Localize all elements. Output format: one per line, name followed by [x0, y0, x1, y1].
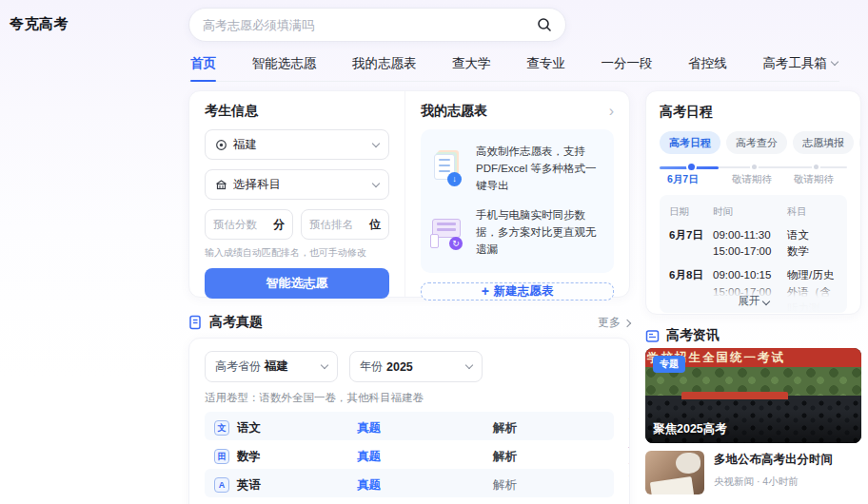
new-wishlist-label: 新建志愿表 [494, 283, 554, 300]
estimate-link[interactable]: 估分 [629, 440, 630, 473]
timeline-dot [814, 165, 819, 169]
news-thumbnail [645, 451, 704, 494]
tab-label: 查专业 [526, 55, 565, 72]
paper-link[interactable]: 真题 [357, 477, 493, 494]
wishlist-title: 我的志愿表 [421, 103, 487, 120]
score-field[interactable]: 分 [205, 209, 293, 240]
chevron-down-icon [465, 361, 473, 369]
tab-majors[interactable]: 查专业 [524, 53, 567, 81]
candidate-info-title: 考生信息 [205, 103, 389, 120]
subject-name: 数学 [237, 449, 261, 465]
feature-export: ↓ 高效制作志愿表，支持 PDF/Excel 等多种格式一键导出 [430, 137, 604, 201]
analysis-link[interactable]: 解析 [493, 449, 629, 465]
timeline-label: 敬请期待 [732, 173, 772, 186]
tab-rank-table[interactable]: 一分一段 [600, 53, 655, 81]
candidate-info-panel: 考生信息 福建 选择科目 分 位 输入成绩自动匹配排名，也可手动修改 智能选志愿 [189, 91, 405, 297]
schedule-title: 高考日程 [660, 104, 847, 121]
score-input[interactable] [213, 219, 271, 230]
chevron-down-icon [321, 361, 328, 369]
province-value: 福建 [233, 137, 367, 153]
chevron-down-icon [372, 179, 380, 186]
smart-select-button[interactable]: 智能选志愿 [205, 268, 389, 299]
paper-link[interactable]: 真题 [357, 420, 493, 436]
province-select[interactable]: 福建 [205, 129, 389, 160]
tab-label: 智能选志愿 [252, 55, 317, 72]
tab-label: 查大学 [452, 55, 491, 72]
paper-row-english: A英语 真题 解析 估分 [205, 469, 614, 497]
tab-home[interactable]: 首页 [188, 53, 218, 81]
analysis-link[interactable]: 解析 [493, 420, 629, 436]
brand-logo[interactable]: 夸克高考 [10, 15, 69, 33]
tab-toolbox[interactable]: 高考工具箱 [760, 53, 839, 81]
timeline-label: 敬请期待 [794, 173, 834, 186]
main-nav: 首页 智能选志愿 我的志愿表 查大学 查专业 一分一段 省控线 高考工具箱 [188, 53, 839, 82]
tab-label: 高考工具箱 [762, 55, 827, 72]
search-input[interactable] [203, 18, 537, 32]
schedule-tab-schedule[interactable]: 高考日程 [660, 131, 720, 154]
chevron-right-icon [623, 319, 631, 326]
tab-label: 一分一段 [602, 55, 653, 72]
schedule-row: 6月7日 09:00-11:3015:00-17:00 语文数学 [669, 227, 838, 261]
schedule-timeline: 6月7日 敬请期待 敬请期待 [660, 164, 847, 184]
papers-year-select[interactable]: 年份 2025 [349, 351, 483, 382]
active-tab-underline [190, 80, 216, 83]
subject-select[interactable]: 选择科目 [205, 169, 389, 200]
papers-title: 高考真题 [209, 314, 263, 331]
score-unit: 分 [273, 217, 285, 233]
timeline-dot [752, 165, 757, 169]
news-feature-image[interactable]: 学校招生全国统一考试 专题 聚焦2025高考 [645, 348, 861, 443]
filter-label: 年份 [360, 359, 383, 375]
tab-label: 我的志愿表 [352, 55, 417, 72]
estimate-link[interactable]: 估分 [629, 469, 630, 501]
tab-my-wishlist[interactable]: 我的志愿表 [350, 53, 419, 81]
schedule-tab-apply[interactable]: 志愿填报 [793, 131, 854, 154]
tab-label: 首页 [190, 55, 216, 72]
subject-icon: 文 [214, 420, 229, 436]
more-link[interactable]: 更多 [598, 315, 630, 331]
news-list-item[interactable]: 多地公布高考出分时间 央视新闻 · 4小时前 [645, 451, 861, 494]
papers-section-header: 高考真题 更多 [188, 314, 630, 331]
papers-province-select[interactable]: 高考省份 福建 [205, 351, 338, 382]
search-icon[interactable] [537, 17, 552, 32]
tab-cutoff-lines[interactable]: 省控线 [686, 53, 729, 81]
location-icon [215, 139, 227, 151]
estimate-link[interactable]: 估分 [629, 412, 630, 444]
search-bar[interactable] [188, 8, 566, 42]
paper-row-math: 田数学 真题 解析 估分 [205, 440, 614, 469]
my-wishlist-panel: 我的志愿表 › ↓ 高效制作志愿表，支持 PDF/Excel 等多种格式一键导出… [405, 91, 629, 297]
tab-universities[interactable]: 查大学 [450, 53, 493, 81]
newspaper-icon [645, 329, 660, 343]
rank-unit: 位 [369, 217, 381, 233]
analysis-link[interactable]: 解析 [493, 477, 629, 494]
paper-link[interactable]: 真题 [357, 449, 493, 465]
chevron-right-icon[interactable]: › [609, 104, 614, 119]
chevron-down-icon [831, 58, 838, 66]
more-label: 更多 [598, 315, 621, 331]
news-item-meta: 央视新闻 · 4小时前 [714, 475, 833, 489]
top-combo-card: 考生信息 福建 选择科目 分 位 输入成绩自动匹配排名，也可手动修改 智能选志愿… [188, 90, 630, 298]
new-wishlist-button[interactable]: + 新建志愿表 [421, 282, 614, 300]
tab-label: 省控线 [688, 55, 727, 72]
schedule-table: 日期时间科目 6月7日 09:00-11:3015:00-17:00 语文数学 … [660, 195, 847, 313]
subject-placeholder: 选择科目 [233, 177, 367, 193]
document-icon [188, 315, 203, 330]
expand-button[interactable]: 展开 [660, 282, 847, 313]
school-icon [215, 179, 227, 191]
device-sync-icon: ↻ [430, 216, 466, 250]
news-title: 高考资讯 [666, 327, 720, 344]
subject-name: 语文 [237, 420, 261, 436]
feature-sync: ↻ 手机与电脑实时同步数据，多方案对比更直观无遗漏 [430, 201, 604, 264]
paper-row-chinese: 文语文 真题 解析 估分 [205, 412, 614, 440]
rank-field[interactable]: 位 [301, 209, 389, 240]
feature-caption: 聚焦2025高考 [653, 421, 727, 437]
schedule-tab-scores[interactable]: 高考查分 [726, 131, 787, 154]
expand-label: 展开 [739, 295, 760, 306]
papers-note: 适用卷型：语数外全国一卷，其他科目福建卷 [205, 391, 614, 405]
news-item-title: 多地公布高考出分时间 [714, 451, 833, 468]
papers-card: 高考省份 福建 年份 2025 适用卷型：语数外全国一卷，其他科目福建卷 文语文… [188, 338, 630, 504]
paper-row-politics: 政政治 真题 解析 估分 [205, 497, 614, 504]
rank-input[interactable] [309, 219, 367, 230]
schedule-tab-partial[interactable] [859, 131, 861, 154]
tab-smart-select[interactable]: 智能选志愿 [250, 53, 319, 81]
estimate-link[interactable]: 估分 [629, 497, 630, 504]
